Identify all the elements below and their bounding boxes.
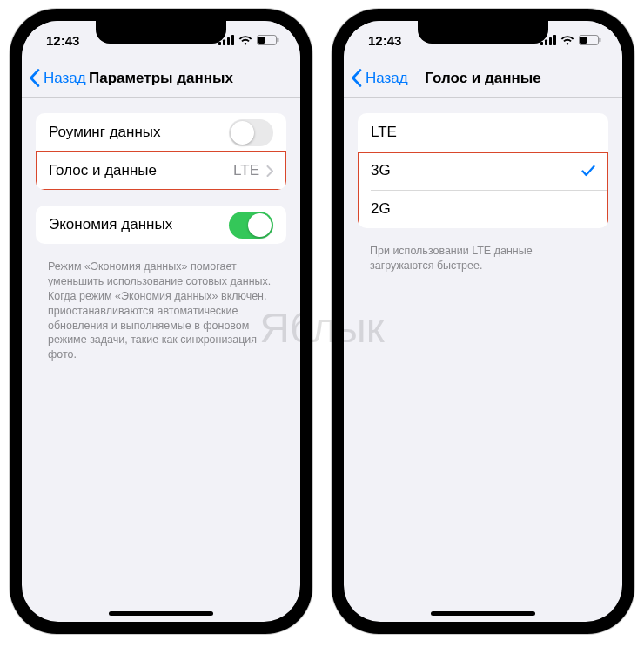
row-label: Роуминг данных (49, 124, 229, 141)
status-time: 12:43 (368, 33, 401, 48)
row-label: Экономия данных (49, 216, 229, 233)
svg-rect-3 (231, 35, 234, 45)
checkmark-icon (581, 165, 595, 177)
svg-rect-10 (553, 35, 556, 45)
svg-rect-7 (540, 42, 543, 45)
settings-group-lowdata: Экономия данных (36, 206, 286, 244)
settings-group-network: Роуминг данных Голос и данные LTE (36, 113, 286, 190)
svg-rect-5 (258, 37, 265, 44)
wifi-icon (238, 35, 252, 45)
row-voice-and-data[interactable]: Голос и данные LTE (36, 152, 286, 190)
svg-rect-13 (600, 38, 601, 43)
screen-left: 12:43 Назад Параметры данны (22, 21, 300, 622)
row-label: LTE (371, 124, 595, 141)
screen-right: 12:43 Назад Голос и данные (344, 21, 622, 622)
group-footer-text: При использовании LTE данные загружаются… (344, 244, 622, 287)
row-label: Голос и данные (49, 162, 233, 179)
battery-icon (579, 35, 601, 45)
svg-rect-8 (545, 40, 547, 46)
svg-rect-0 (218, 42, 221, 45)
wifi-icon (560, 35, 574, 45)
nav-bar: Назад Параметры данных (22, 59, 300, 98)
chevron-right-icon (266, 165, 273, 177)
home-indicator[interactable] (109, 611, 213, 616)
row-option-3g[interactable]: 3G (358, 152, 608, 190)
toggle-data-roaming[interactable] (229, 119, 273, 146)
svg-rect-9 (549, 37, 552, 45)
chevron-left-icon (29, 69, 40, 87)
toggle-low-data-mode[interactable] (229, 212, 273, 239)
row-label: 3G (371, 162, 581, 179)
content-area: LTE 3G 2G При использовании LTE данные з… (344, 98, 622, 287)
chevron-left-icon (351, 69, 362, 87)
phone-left: 12:43 Назад Параметры данны (10, 9, 312, 634)
svg-rect-1 (223, 40, 225, 46)
back-button[interactable]: Назад (344, 69, 408, 87)
row-data-roaming[interactable]: Роуминг данных (36, 113, 286, 152)
settings-group-network-mode: LTE 3G 2G (358, 113, 608, 228)
row-low-data-mode[interactable]: Экономия данных (36, 206, 286, 244)
status-time: 12:43 (46, 33, 79, 48)
phone-right: 12:43 Назад Голос и данные (332, 9, 634, 634)
notch (418, 21, 548, 44)
notch (96, 21, 226, 44)
row-option-2g[interactable]: 2G (358, 190, 608, 228)
row-label: 2G (371, 200, 595, 218)
battery-icon (257, 35, 279, 45)
row-option-lte[interactable]: LTE (358, 113, 608, 152)
svg-rect-12 (580, 37, 587, 44)
svg-rect-6 (278, 38, 279, 43)
back-label: Назад (366, 70, 408, 87)
back-button[interactable]: Назад (22, 69, 86, 87)
back-label: Назад (44, 70, 86, 87)
svg-rect-2 (227, 37, 230, 45)
group-footer-text: Режим «Экономия данных» помогает уменьши… (22, 260, 300, 376)
content-area: Роуминг данных Голос и данные LTE Эконом… (22, 98, 300, 376)
row-value: LTE (233, 162, 259, 179)
nav-bar: Назад Голос и данные (344, 59, 622, 98)
home-indicator[interactable] (431, 611, 535, 616)
